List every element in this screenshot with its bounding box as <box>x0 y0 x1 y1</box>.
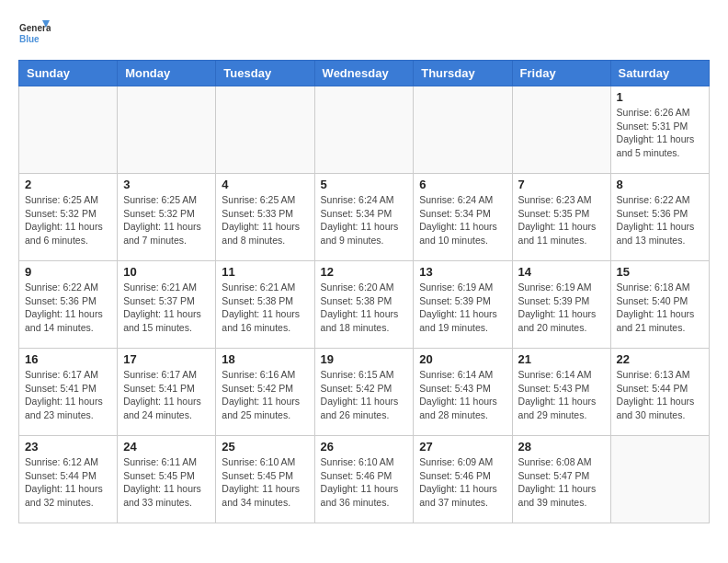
day-header-thursday: Thursday <box>414 61 512 86</box>
day-info: Sunrise: 6:21 AM Sunset: 5:37 PM Dayligh… <box>123 281 210 335</box>
calendar-cell: 3Sunrise: 6:25 AM Sunset: 5:32 PM Daylig… <box>118 174 216 261</box>
day-info: Sunrise: 6:26 AM Sunset: 5:31 PM Dayligh… <box>617 106 703 160</box>
day-info: Sunrise: 6:10 AM Sunset: 5:45 PM Dayligh… <box>222 455 308 510</box>
day-info: Sunrise: 6:22 AM Sunset: 5:36 PM Dayligh… <box>617 193 703 247</box>
day-number: 26 <box>321 440 408 454</box>
day-info: Sunrise: 6:19 AM Sunset: 5:39 PM Dayligh… <box>518 281 605 335</box>
day-header-friday: Friday <box>512 61 610 86</box>
calendar-cell <box>118 86 216 174</box>
day-info: Sunrise: 6:22 AM Sunset: 5:36 PM Dayligh… <box>25 281 111 335</box>
day-number: 13 <box>419 265 506 279</box>
calendar-cell: 28Sunrise: 6:08 AM Sunset: 5:47 PM Dayli… <box>512 436 610 523</box>
day-info: Sunrise: 6:21 AM Sunset: 5:38 PM Dayligh… <box>222 281 308 335</box>
day-header-wednesday: Wednesday <box>314 61 414 86</box>
day-info: Sunrise: 6:12 AM Sunset: 5:44 PM Dayligh… <box>25 455 111 510</box>
calendar-cell <box>414 86 512 174</box>
day-number: 28 <box>518 440 605 454</box>
day-number: 21 <box>518 352 605 366</box>
day-info: Sunrise: 6:17 AM Sunset: 5:41 PM Dayligh… <box>25 368 111 422</box>
day-info: Sunrise: 6:13 AM Sunset: 5:44 PM Dayligh… <box>617 368 703 422</box>
day-info: Sunrise: 6:09 AM Sunset: 5:46 PM Dayligh… <box>419 455 506 510</box>
calendar-cell: 14Sunrise: 6:19 AM Sunset: 5:39 PM Dayli… <box>512 261 610 349</box>
day-header-saturday: Saturday <box>610 61 709 86</box>
calendar-cell: 23Sunrise: 6:12 AM Sunset: 5:44 PM Dayli… <box>19 436 118 523</box>
day-number: 18 <box>222 352 308 366</box>
calendar-cell: 21Sunrise: 6:14 AM Sunset: 5:43 PM Dayli… <box>512 349 610 436</box>
calendar-cell: 15Sunrise: 6:18 AM Sunset: 5:40 PM Dayli… <box>610 261 709 349</box>
day-header-monday: Monday <box>118 61 216 86</box>
week-row-4: 16Sunrise: 6:17 AM Sunset: 5:41 PM Dayli… <box>19 349 710 436</box>
day-info: Sunrise: 6:25 AM Sunset: 5:32 PM Dayligh… <box>25 193 111 247</box>
calendar-cell: 19Sunrise: 6:15 AM Sunset: 5:42 PM Dayli… <box>314 349 414 436</box>
day-number: 15 <box>617 265 703 279</box>
day-info: Sunrise: 6:14 AM Sunset: 5:43 PM Dayligh… <box>518 368 605 422</box>
calendar-cell <box>314 86 414 174</box>
day-info: Sunrise: 6:11 AM Sunset: 5:45 PM Dayligh… <box>123 455 210 510</box>
day-number: 6 <box>419 178 506 191</box>
day-info: Sunrise: 6:10 AM Sunset: 5:46 PM Dayligh… <box>321 455 408 510</box>
day-info: Sunrise: 6:24 AM Sunset: 5:34 PM Dayligh… <box>419 193 506 247</box>
day-info: Sunrise: 6:17 AM Sunset: 5:41 PM Dayligh… <box>123 368 210 422</box>
calendar-cell: 13Sunrise: 6:19 AM Sunset: 5:39 PM Dayli… <box>414 261 512 349</box>
calendar-cell: 2Sunrise: 6:25 AM Sunset: 5:32 PM Daylig… <box>19 174 118 261</box>
day-number: 16 <box>25 352 111 366</box>
day-info: Sunrise: 6:25 AM Sunset: 5:32 PM Dayligh… <box>123 193 210 247</box>
day-info: Sunrise: 6:15 AM Sunset: 5:42 PM Dayligh… <box>321 368 408 422</box>
calendar-cell <box>19 86 118 174</box>
calendar-cell: 4Sunrise: 6:25 AM Sunset: 5:33 PM Daylig… <box>216 174 314 261</box>
day-number: 9 <box>25 265 111 279</box>
day-number: 2 <box>25 178 111 191</box>
calendar-cell: 17Sunrise: 6:17 AM Sunset: 5:41 PM Dayli… <box>118 349 216 436</box>
calendar-cell: 9Sunrise: 6:22 AM Sunset: 5:36 PM Daylig… <box>19 261 118 349</box>
day-number: 1 <box>617 90 703 104</box>
calendar-cell: 18Sunrise: 6:16 AM Sunset: 5:42 PM Dayli… <box>216 349 314 436</box>
day-number: 8 <box>617 178 703 191</box>
calendar-cell: 16Sunrise: 6:17 AM Sunset: 5:41 PM Dayli… <box>19 349 118 436</box>
calendar-cell: 11Sunrise: 6:21 AM Sunset: 5:38 PM Dayli… <box>216 261 314 349</box>
day-number: 24 <box>123 440 210 454</box>
day-number: 22 <box>617 352 703 366</box>
week-row-5: 23Sunrise: 6:12 AM Sunset: 5:44 PM Dayli… <box>19 436 710 523</box>
calendar-cell: 12Sunrise: 6:20 AM Sunset: 5:38 PM Dayli… <box>314 261 414 349</box>
day-number: 4 <box>222 178 308 191</box>
calendar-cell: 1Sunrise: 6:26 AM Sunset: 5:31 PM Daylig… <box>610 86 709 174</box>
week-row-3: 9Sunrise: 6:22 AM Sunset: 5:36 PM Daylig… <box>19 261 710 349</box>
calendar-cell <box>216 86 314 174</box>
page-header: General Blue <box>18 18 710 51</box>
day-info: Sunrise: 6:14 AM Sunset: 5:43 PM Dayligh… <box>419 368 506 422</box>
calendar-cell: 25Sunrise: 6:10 AM Sunset: 5:45 PM Dayli… <box>216 436 314 523</box>
day-number: 19 <box>321 352 408 366</box>
calendar-cell: 5Sunrise: 6:24 AM Sunset: 5:34 PM Daylig… <box>314 174 414 261</box>
day-number: 25 <box>222 440 308 454</box>
day-number: 17 <box>123 352 210 366</box>
calendar-cell: 24Sunrise: 6:11 AM Sunset: 5:45 PM Dayli… <box>118 436 216 523</box>
day-number: 12 <box>321 265 408 279</box>
calendar-cell: 27Sunrise: 6:09 AM Sunset: 5:46 PM Dayli… <box>414 436 512 523</box>
day-info: Sunrise: 6:20 AM Sunset: 5:38 PM Dayligh… <box>321 281 408 335</box>
calendar-cell: 7Sunrise: 6:23 AM Sunset: 5:35 PM Daylig… <box>512 174 610 261</box>
calendar-cell: 20Sunrise: 6:14 AM Sunset: 5:43 PM Dayli… <box>414 349 512 436</box>
day-header-sunday: Sunday <box>19 61 118 86</box>
day-header-tuesday: Tuesday <box>216 61 314 86</box>
day-info: Sunrise: 6:23 AM Sunset: 5:35 PM Dayligh… <box>518 193 605 247</box>
day-number: 3 <box>123 178 210 191</box>
calendar-header-row: SundayMondayTuesdayWednesdayThursdayFrid… <box>19 61 710 86</box>
svg-text:Blue: Blue <box>19 34 40 44</box>
logo-svg: General Blue <box>18 18 51 51</box>
day-number: 20 <box>419 352 506 366</box>
logo: General Blue <box>18 18 51 51</box>
day-info: Sunrise: 6:16 AM Sunset: 5:42 PM Dayligh… <box>222 368 308 422</box>
logo-icon: General Blue <box>18 18 51 51</box>
day-number: 27 <box>419 440 506 454</box>
day-number: 14 <box>518 265 605 279</box>
day-info: Sunrise: 6:18 AM Sunset: 5:40 PM Dayligh… <box>617 281 703 335</box>
week-row-2: 2Sunrise: 6:25 AM Sunset: 5:32 PM Daylig… <box>19 174 710 261</box>
day-number: 7 <box>518 178 605 191</box>
day-number: 11 <box>222 265 308 279</box>
calendar-cell: 8Sunrise: 6:22 AM Sunset: 5:36 PM Daylig… <box>610 174 709 261</box>
day-info: Sunrise: 6:25 AM Sunset: 5:33 PM Dayligh… <box>222 193 308 247</box>
day-info: Sunrise: 6:24 AM Sunset: 5:34 PM Dayligh… <box>321 193 408 247</box>
calendar-cell: 6Sunrise: 6:24 AM Sunset: 5:34 PM Daylig… <box>414 174 512 261</box>
calendar-table: SundayMondayTuesdayWednesdayThursdayFrid… <box>18 60 710 523</box>
calendar-cell: 22Sunrise: 6:13 AM Sunset: 5:44 PM Dayli… <box>610 349 709 436</box>
